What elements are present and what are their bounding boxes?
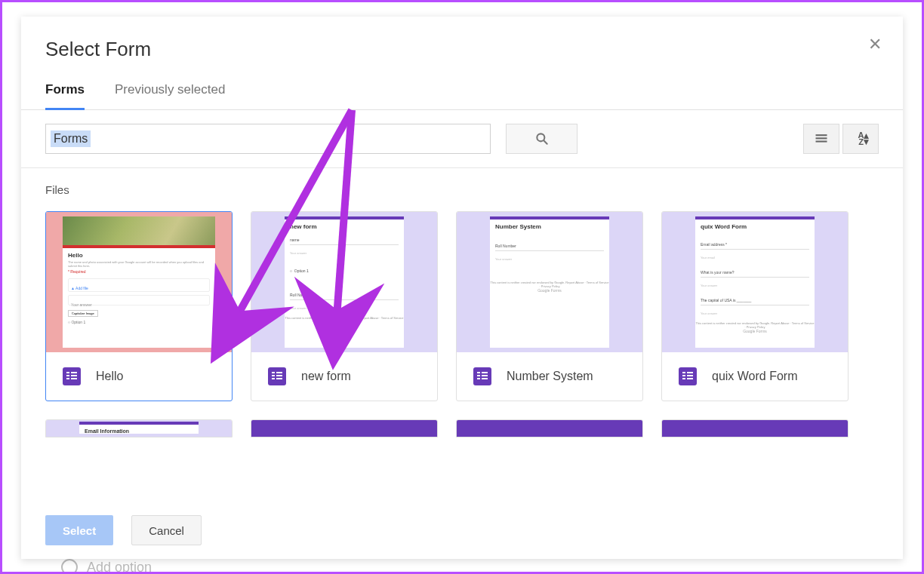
thumb-form-title: Number System bbox=[490, 219, 609, 232]
file-card-footer: quix Word Form bbox=[662, 352, 848, 401]
file-thumbnail bbox=[662, 420, 848, 437]
file-card-new-form[interactable]: new form name Your answer ○ Option 1 Rol… bbox=[251, 211, 438, 401]
tab-previously-selected[interactable]: Previously selected bbox=[115, 82, 225, 109]
file-card-quix-word-form[interactable]: quix Word Form Email address * Your emai… bbox=[661, 211, 849, 401]
thumb-form-title: quix Word Form bbox=[695, 219, 815, 232]
files-section-label: Files bbox=[45, 183, 879, 196]
select-form-modal: Select Form ✕ Forms Previously selected … bbox=[21, 17, 903, 559]
radio-icon bbox=[61, 559, 78, 574]
file-card[interactable] bbox=[251, 419, 438, 437]
google-forms-icon bbox=[268, 367, 286, 385]
file-thumbnail bbox=[251, 420, 437, 437]
file-card-email-information[interactable]: Email Information bbox=[45, 419, 233, 437]
toolbar: Forms AZ▲▼ bbox=[21, 110, 903, 168]
cancel-button[interactable]: Cancel bbox=[131, 515, 202, 545]
file-card-title: Hello bbox=[96, 370, 123, 383]
sort-az-button[interactable]: AZ▲▼ bbox=[842, 124, 879, 154]
search-button[interactable] bbox=[506, 124, 578, 154]
thumb-form-title: Hello bbox=[63, 248, 215, 260]
file-thumbnail: new form name Your answer ○ Option 1 Rol… bbox=[251, 212, 437, 352]
file-card-footer: new form bbox=[251, 352, 437, 401]
file-card[interactable] bbox=[661, 419, 849, 437]
file-card-hello[interactable]: Hello The name and photo associated with… bbox=[45, 211, 233, 401]
file-card-footer: Hello bbox=[46, 352, 232, 401]
thumb-form-title: new form bbox=[285, 219, 404, 232]
file-card-title: Number System bbox=[507, 370, 593, 383]
content-area: Files Hello The name and photo associate… bbox=[21, 168, 903, 502]
file-card-footer: Number System bbox=[457, 352, 642, 401]
toolbar-right: AZ▲▼ bbox=[803, 124, 879, 154]
background-add-option-row: Add option bbox=[61, 559, 152, 574]
modal-title: Select Form bbox=[45, 38, 879, 61]
file-card[interactable] bbox=[456, 419, 643, 437]
search-icon bbox=[534, 131, 550, 146]
close-icon[interactable]: ✕ bbox=[868, 36, 882, 53]
thumb-form-title: Email Information bbox=[79, 425, 199, 435]
files-grid: Hello The name and photo associated with… bbox=[45, 211, 879, 401]
add-option-label: Add option bbox=[87, 560, 152, 575]
search-input-value: Forms bbox=[51, 130, 91, 147]
file-thumbnail: Hello The name and photo associated with… bbox=[46, 212, 232, 352]
google-forms-icon bbox=[473, 367, 491, 385]
modal-header: Select Form ✕ bbox=[21, 17, 903, 61]
sort-az-icon: AZ▲▼ bbox=[858, 132, 864, 146]
search-input[interactable]: Forms bbox=[45, 124, 491, 154]
google-forms-icon bbox=[63, 367, 81, 385]
file-thumbnail: Number System Roll Number Your answer Th… bbox=[457, 212, 642, 352]
google-forms-icon bbox=[679, 367, 697, 385]
file-thumbnail: Email Information bbox=[46, 420, 232, 437]
tab-forms[interactable]: Forms bbox=[45, 82, 85, 109]
modal-footer: Select Cancel bbox=[21, 502, 903, 559]
select-button[interactable]: Select bbox=[45, 515, 113, 545]
tabs: Forms Previously selected bbox=[21, 61, 903, 110]
file-thumbnail bbox=[457, 420, 642, 437]
svg-rect-4 bbox=[816, 141, 827, 143]
file-card-number-system[interactable]: Number System Roll Number Your answer Th… bbox=[456, 211, 643, 401]
file-card-title: new form bbox=[301, 370, 351, 383]
svg-rect-3 bbox=[816, 137, 827, 139]
svg-line-1 bbox=[544, 141, 547, 144]
files-grid-row-2: Email Information bbox=[45, 419, 879, 437]
file-thumbnail: quix Word Form Email address * Your emai… bbox=[662, 212, 848, 352]
svg-rect-2 bbox=[816, 134, 827, 136]
list-view-icon bbox=[814, 131, 829, 146]
file-card-title: quix Word Form bbox=[712, 370, 798, 383]
list-view-button[interactable] bbox=[803, 124, 839, 154]
